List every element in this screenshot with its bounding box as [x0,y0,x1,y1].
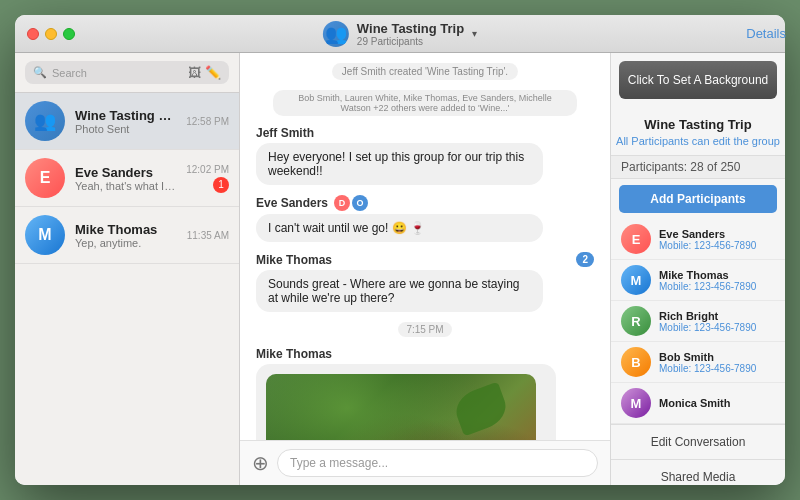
shared-media-button[interactable]: Shared Media [611,459,785,485]
participant-avatar-eve: E [621,224,651,254]
conversation-preview: Photo Sent [75,123,176,135]
details-edit-link[interactable]: All Participants can edit the group [611,135,785,147]
message-bubble-eve: I can't wait until we go! 😀 🍷 [256,214,543,242]
chat-input-bar: ⊕ Type a message... [240,440,610,485]
participant-item-eve[interactable]: E Eve Sanders Mobile: 123-456-7890 [611,219,785,260]
participant-avatar-monica: M [621,388,651,418]
conversation-meta-mike: 11:35 AM [187,230,229,241]
search-box[interactable]: 🔍 Search 🖼 ✏️ [25,61,229,84]
traffic-lights [27,28,75,40]
conversation-avatar-group: 👥 [25,101,65,141]
window-title: Wine Tasting Trip [357,21,464,36]
conversation-time-eve: 12:02 PM [186,164,229,175]
edit-suffix: can edit the group [689,135,780,147]
conversation-meta-eve: 12:02 PM 1 [186,164,229,193]
edit-link-text[interactable]: All Participants [616,135,689,147]
reaction-count-mike: 2 [576,252,594,267]
message-bubble-jeff: Hey everyone! I set up this group for ou… [256,143,543,185]
photo-image [266,374,536,440]
participant-name-eve: Eve Sanders [659,228,775,240]
main-content: 🔍 Search 🖼 ✏️ 👥 Wine Tasting Trip [15,53,785,485]
conversation-name-mike: Mike Thomas [75,222,177,237]
group-avatar: 👥 [323,21,349,47]
edit-conversation-button[interactable]: Edit Conversation [611,424,785,459]
participant-name-mike: Mike Thomas [659,269,775,281]
chat-area: Jeff Smith created 'Wine Tasting Trip'. … [240,53,610,485]
system-message-2: Bob Smith, Lauren White, Mike Thomas, Ev… [273,90,577,116]
participant-item-monica[interactable]: M Monica Smith [611,383,785,424]
participant-avatar-rich: R [621,306,651,336]
conversation-info-mike: Mike Thomas Yep, anytime. [75,222,177,249]
conversation-time-mike: 11:35 AM [187,230,229,241]
tapback-icon-mike: O [352,195,368,211]
search-input[interactable]: Search [52,67,183,79]
participant-name-monica: Monica Smith [659,397,775,409]
message-input[interactable]: Type a message... [277,449,598,477]
details-button[interactable]: Details [746,26,785,41]
sidebar: 🔍 Search 🖼 ✏️ 👥 Wine Tasting Trip [15,53,240,485]
conversation-list: 👥 Wine Tasting Trip Photo Sent 12:58 PM … [15,93,239,485]
avatar-eve: E [25,158,65,198]
title-center: 👥 Wine Tasting Trip 29 Participants ▾ [323,21,477,47]
avatar-letter-mike: M [38,226,51,244]
message-sender-jeff: Jeff Smith [256,126,594,140]
sidebar-item-mike[interactable]: M Mike Thomas Yep, anytime. 11:35 AM [15,207,239,264]
search-bar: 🔍 Search 🖼 ✏️ [15,53,239,93]
window-subtitle: 29 Participants [357,36,464,47]
search-icon: 🔍 [33,66,47,79]
conversation-info-eve: Eve Sanders Yeah, that's what I told him… [75,165,176,192]
message-row-jeff: Hey everyone! I set up this group for ou… [256,143,594,185]
participant-info-bob: Bob Smith Mobile: 123-456-7890 [659,351,775,374]
participant-info-rich: Rich Bright Mobile: 123-456-7890 [659,310,775,333]
details-group-name: Wine Tasting Trip [611,117,785,132]
compose-icon[interactable]: 🖼 [188,65,201,80]
participant-avatar-bob: B [621,347,651,377]
message-sender-mike-photo: Mike Thomas [256,347,594,361]
set-background-button[interactable]: Click To Set A Background [619,61,777,99]
system-message-1: Jeff Smith created 'Wine Tasting Trip'. [332,63,518,80]
sidebar-item-wine-tasting[interactable]: 👥 Wine Tasting Trip Photo Sent 12:58 PM [15,93,239,150]
sender-icons-eve: D O [334,195,368,211]
message-group-jeff: Jeff Smith Hey everyone! I set up this g… [256,126,594,185]
add-participants-button[interactable]: Add Participants [619,185,777,213]
conversation-name-eve: Eve Sanders [75,165,176,180]
message-list: Jeff Smith created 'Wine Tasting Trip'. … [240,53,610,440]
timestamp-715pm: 7:15 PM [398,322,451,337]
participant-phone-rich: Mobile: 123-456-7890 [659,322,775,333]
conversation-preview-mike: Yep, anytime. [75,237,177,249]
avatar-mike: M [25,215,65,255]
participant-item-rich[interactable]: R Rich Bright Mobile: 123-456-7890 [611,301,785,342]
tapback-icon-eve: D [334,195,350,211]
message-sender-eve: Eve Sanders D O [256,195,594,211]
participant-name-rich: Rich Bright [659,310,775,322]
app-window: 👥 Wine Tasting Trip 29 Participants ▾ De… [15,15,785,485]
avatar-letter-eve: E [40,169,51,187]
details-panel: Click To Set A Background 🍷 Wine Tasting… [610,53,785,485]
message-bubble-mike: Sounds great - Where are we gonna be sta… [256,270,543,312]
message-group-mike: Mike Thomas 2 Sounds great - Where are w… [256,252,594,312]
participant-phone-eve: Mobile: 123-456-7890 [659,240,775,251]
fullscreen-button[interactable] [63,28,75,40]
message-group-eve: Eve Sanders D O I can't wait until we go… [256,195,594,242]
participant-item-bob[interactable]: B Bob Smith Mobile: 123-456-7890 [611,342,785,383]
add-attachment-button[interactable]: ⊕ [252,451,269,475]
participant-phone-bob: Mobile: 123-456-7890 [659,363,775,374]
participant-info-mike: Mike Thomas Mobile: 123-456-7890 [659,269,775,292]
participants-count-label: Participants: 28 of 250 [611,155,785,179]
minimize-button[interactable] [45,28,57,40]
conversation-meta: 12:58 PM [186,116,229,127]
new-message-icon[interactable]: ✏️ [205,65,221,80]
unread-badge-eve: 1 [213,177,229,193]
participant-item-mike[interactable]: M Mike Thomas Mobile: 123-456-7890 [611,260,785,301]
message-group-mike-photo: Mike Thomas [256,347,594,440]
sidebar-item-eve[interactable]: E Eve Sanders Yeah, that's what I told h… [15,150,239,207]
group-icon: 👥 [325,23,347,45]
participant-name-bob: Bob Smith [659,351,775,363]
photo-message [256,364,556,440]
title-info: Wine Tasting Trip 29 Participants [357,21,464,47]
participant-phone-mike: Mobile: 123-456-7890 [659,281,775,292]
search-action-icons: 🖼 ✏️ [188,65,221,80]
conversation-info: Wine Tasting Trip Photo Sent [75,108,176,135]
close-button[interactable] [27,28,39,40]
chevron-down-icon[interactable]: ▾ [472,28,477,39]
